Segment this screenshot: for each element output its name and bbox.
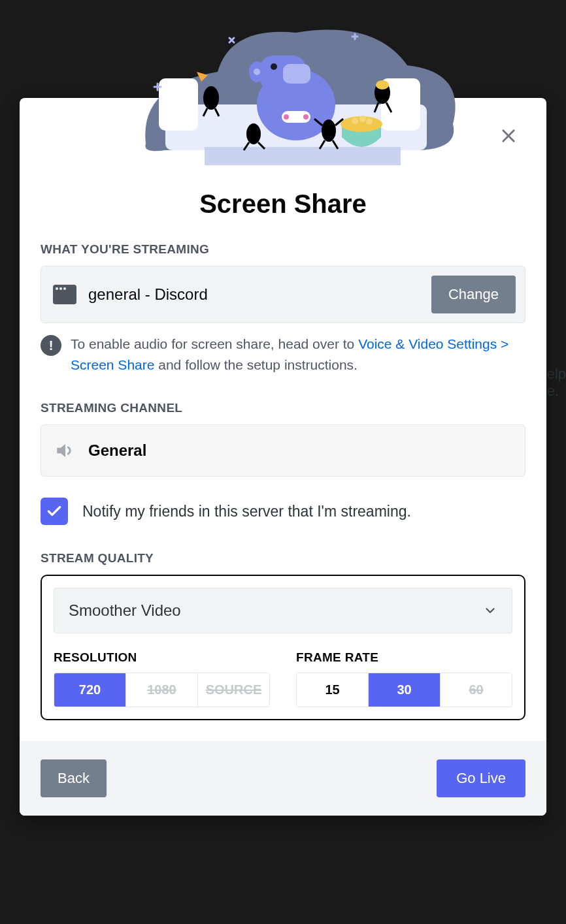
svg-rect-5 — [260, 56, 306, 91]
speaker-icon — [54, 439, 76, 462]
streaming-channel-name: General — [88, 441, 146, 460]
streaming-source-label: WHAT YOU'RE STREAMING — [41, 242, 525, 257]
close-button[interactable] — [495, 123, 522, 149]
resolution-option-1080: 1080 — [126, 673, 198, 707]
change-source-button[interactable]: Change — [431, 276, 516, 313]
svg-rect-6 — [283, 64, 310, 84]
checkmark-icon — [46, 503, 63, 520]
svg-point-8 — [249, 61, 265, 82]
quality-preset-value: Smoother Video — [69, 601, 181, 620]
streaming-source-box: general - Discord Change — [41, 266, 525, 323]
svg-line-34 — [229, 38, 234, 42]
framerate-segmented: 153060 — [296, 673, 512, 707]
streaming-channel-select[interactable]: General — [41, 424, 525, 477]
info-icon: ! — [41, 335, 61, 356]
streaming-channel-label: STREAMING CHANNEL — [41, 401, 525, 415]
notify-checkbox[interactable] — [41, 498, 68, 525]
audio-info-text-before: To enable audio for screen share, head o… — [71, 336, 358, 351]
go-live-button[interactable]: Go Live — [437, 759, 525, 797]
framerate-label: FRAME RATE — [296, 650, 512, 665]
resolution-option-source: SOURCE — [198, 673, 269, 707]
resolution-option-720[interactable]: 720 — [54, 673, 126, 707]
svg-point-31 — [376, 80, 389, 89]
stream-quality-label: STREAM QUALITY — [41, 551, 525, 566]
framerate-option-15[interactable]: 15 — [297, 673, 369, 707]
framerate-option-30[interactable]: 30 — [369, 673, 441, 707]
close-icon — [499, 127, 518, 145]
svg-point-7 — [271, 63, 277, 70]
svg-line-35 — [229, 38, 234, 42]
back-button[interactable]: Back — [41, 759, 107, 797]
chevron-down-icon — [483, 603, 497, 618]
audio-info: ! To enable audio for screen share, head… — [41, 334, 525, 375]
resolution-label: RESOLUTION — [54, 650, 270, 665]
framerate-option-60: 60 — [441, 673, 512, 707]
modal-title: Screen Share — [41, 189, 525, 219]
modal-footer: Back Go Live — [20, 741, 546, 816]
audio-info-text-after: and follow the setup instructions. — [154, 357, 358, 372]
stream-quality-box: Smoother Video RESOLUTION 7201080SOURCE … — [41, 575, 525, 720]
resolution-segmented: 7201080SOURCE — [54, 673, 270, 707]
notify-label: Notify my friends in this server that I'… — [82, 503, 411, 520]
quality-preset-select[interactable]: Smoother Video — [54, 588, 512, 633]
window-icon — [53, 285, 76, 304]
svg-point-9 — [254, 69, 260, 75]
screen-share-modal: Screen Share WHAT YOU'RE STREAMING gener… — [20, 98, 546, 816]
streaming-source-name: general - Discord — [88, 285, 420, 304]
